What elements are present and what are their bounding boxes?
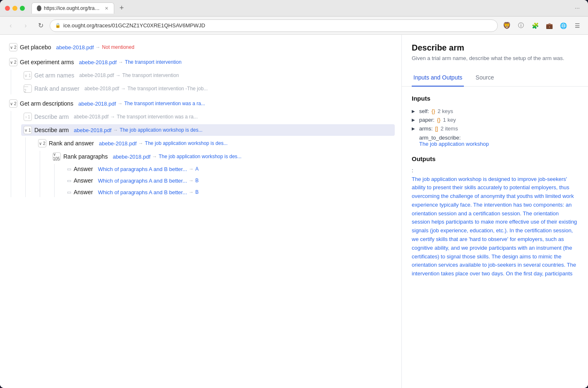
file-describe-arm-1: abebe-2018.pdf	[74, 114, 108, 120]
children-rank-paragraphs: ▭ Answer Which of paragraphs A and B bet…	[54, 164, 395, 197]
file-get-arm-descriptions: abebe-2018.pdf	[78, 101, 116, 107]
children-get-experiment-arms: ∨ 1 Get arm names abebe-2018.pdf → The t…	[11, 70, 395, 94]
item-label-rank-paragraphs: Rank paragraphs	[63, 153, 108, 160]
result-get-arm-names: The transport intervention	[122, 72, 179, 78]
menu-button[interactable]: ☰	[571, 20, 583, 31]
collapse-rank-paragraphs[interactable]: ∨ 105	[53, 152, 61, 161]
item-meta-get-experiment-arms: abebe-2018.pdf → The transport intervent…	[79, 59, 182, 65]
io-expand-paper[interactable]: ▶	[412, 118, 417, 122]
forward-button[interactable]: ›	[20, 20, 31, 31]
file-rank-paragraphs: abebe-2018.pdf	[113, 154, 150, 160]
item-row-rank-paragraphs[interactable]: ∨ 105 Rank paragraphs abebe-2018.pdf → T…	[50, 151, 395, 162]
item-row-get-arm-descriptions[interactable]: ∨ 2 Get arm descriptions abebe-2018.pdf …	[7, 98, 395, 109]
children-get-arm-descriptions: › 1 Describe arm abebe-2018.pdf → The tr…	[11, 111, 395, 197]
content-area: ∨ 2 Get placebo abebe-2018.pdf → Not men…	[0, 35, 588, 388]
file-get-experiment-arms: abebe-2018.pdf	[79, 59, 117, 65]
io-count-self: 2 keys	[438, 108, 454, 114]
item-meta-rank-answer-2: abebe-2018.pdf → The job application wor…	[99, 140, 228, 147]
tab-source[interactable]: Source	[474, 69, 495, 87]
io-key-self: self:	[419, 108, 429, 114]
item-row-get-placebo[interactable]: ∨ 2 Get placebo abebe-2018.pdf → Not men…	[7, 41, 395, 53]
tree-item-get-arm-descriptions: ∨ 2 Get arm descriptions abebe-2018.pdf …	[7, 98, 395, 197]
nav-bar: ‹ › ↻ 🔒 ice.ought.org/traces/01GCZNZ1YC0…	[0, 17, 588, 35]
title-bar: https://ice.ought.org/traces/01G... ✕ + …	[0, 0, 588, 17]
collapse-describe-arm-2[interactable]: ∨ 1	[24, 126, 32, 134]
inputs-section-title: Inputs	[412, 95, 578, 102]
item-row-describe-arm-1[interactable]: › 1 Describe arm abebe-2018.pdf → The tr…	[21, 111, 395, 123]
item-row-answer-1[interactable]: ▭ Answer Which of paragraphs A and B bet…	[65, 164, 395, 174]
close-button[interactable]	[5, 6, 10, 11]
active-tab[interactable]: https://ice.ought.org/traces/01G... ✕	[31, 2, 114, 14]
result-get-experiment-arms: The transport intervention	[125, 59, 182, 65]
item-row-rank-answer-1[interactable]: — 2 Rank and answer abebe-2018.pdf → The…	[21, 83, 395, 94]
item-label-get-arm-names: Get arm names	[34, 72, 74, 79]
right-panel-subtitle: Given a trial arm name, describe what th…	[412, 54, 578, 63]
extensions-icon[interactable]: 🧩	[529, 20, 541, 31]
file-answer-2: Which of paragraphs A and B better...	[98, 178, 187, 184]
io-expand-arms[interactable]: ▶	[412, 126, 417, 131]
item-row-answer-3[interactable]: ▭ Answer Which of paragraphs A and B bet…	[65, 187, 395, 197]
tab-close-button[interactable]: ✕	[104, 5, 109, 11]
back-button[interactable]: ‹	[5, 20, 17, 31]
minimize-button[interactable]	[12, 6, 17, 11]
item-row-describe-arm-2[interactable]: ∨ 1 Describe arm abebe-2018.pdf → The jo…	[21, 124, 395, 136]
browser-actions: 🦁 ⓘ 🧩 💼 🌐 ☰	[501, 20, 583, 31]
item-label-describe-arm-1: Describe arm	[34, 113, 69, 120]
tab-bar: https://ice.ought.org/traces/01G... ✕ +	[31, 2, 568, 14]
io-row-arms: ▶ arms: [] 2 items	[412, 124, 578, 133]
item-label-get-experiment-arms: Get experiment arms	[20, 59, 74, 65]
io-expand-self[interactable]: ▶	[412, 109, 417, 113]
tree-item-describe-arm-1: › 1 Describe arm abebe-2018.pdf → The tr…	[21, 111, 395, 123]
info-icon[interactable]: ⓘ	[515, 20, 527, 31]
item-row-answer-2[interactable]: ▭ Answer Which of paragraphs A and B bet…	[65, 176, 395, 186]
wallet-icon[interactable]: 💼	[543, 20, 555, 31]
children-rank-answer-2: ∨ 105 Rank paragraphs abebe-2018.pdf → T…	[40, 151, 395, 197]
arrow-get-arm-names: →	[116, 72, 121, 78]
item-label-answer-3: Answer	[74, 189, 93, 195]
tab-label: https://ice.ought.org/traces/01G...	[44, 5, 102, 11]
reload-button[interactable]: ↻	[35, 20, 46, 31]
tree-item-rank-paragraphs: ∨ 105 Rank paragraphs abebe-2018.pdf → T…	[50, 151, 395, 197]
item-row-rank-answer-2[interactable]: ∨ 2 Rank and answer abebe-2018.pdf → The…	[36, 137, 395, 149]
output-colon: :	[412, 167, 578, 174]
collapse-get-arm-names[interactable]: ∨ 1	[24, 71, 32, 80]
address-bar[interactable]: 🔒 ice.ought.org/traces/01GCZNZ1YC0XRE1QH…	[50, 19, 498, 32]
collapse-rank-answer-1[interactable]: — 2	[24, 84, 32, 93]
item-row-get-experiment-arms[interactable]: ∨ 2 Get experiment arms abebe-2018.pdf →…	[7, 56, 395, 68]
item-meta-get-arm-descriptions: abebe-2018.pdf → The transport intervent…	[78, 101, 205, 107]
item-label-rank-answer-2: Rank and answer	[49, 140, 94, 147]
collapse-describe-arm-1[interactable]: › 1	[24, 113, 32, 121]
io-count-arms: 2 items	[441, 125, 458, 132]
collapse-rank-answer-2[interactable]: ∨ 2	[38, 139, 46, 147]
io-key-paper: paper:	[419, 117, 434, 123]
tree-item-answer-2: ▭ Answer Which of paragraphs A and B bet…	[65, 176, 395, 186]
brave-shield-icon[interactable]: 🦁	[501, 20, 513, 31]
new-tab-button[interactable]: +	[116, 2, 127, 14]
collapse-get-placebo[interactable]: ∨ 2	[9, 43, 17, 51]
right-panel-header: Describe arm Given a trial arm name, des…	[402, 35, 588, 69]
arrow-answer-1: →	[189, 166, 194, 172]
io-type-paper: {}	[437, 117, 441, 123]
result-get-placebo: Not mentioned	[102, 44, 134, 50]
collapse-get-experiment-arms[interactable]: ∨ 2	[9, 58, 17, 66]
tab-inputs-outputs[interactable]: Inputs and Outputs	[412, 69, 464, 87]
output-text: The job application workshop is designed…	[412, 175, 578, 279]
right-panel: Describe arm Given a trial arm name, des…	[402, 35, 588, 388]
arrow-answer-2: →	[189, 178, 194, 183]
profile-icon[interactable]: 🌐	[557, 20, 569, 31]
left-panel: ∨ 2 Get placebo abebe-2018.pdf → Not men…	[0, 35, 402, 388]
leaf-icon-3: ▭	[67, 190, 71, 195]
tree-item-rank-answer-2: ∨ 2 Rank and answer abebe-2018.pdf → The…	[36, 137, 395, 197]
arrow-rank-paragraphs: →	[152, 154, 157, 159]
result-describe-arm-2: The job application workshop is des...	[120, 127, 202, 133]
outputs-section: Outputs : The job application workshop i…	[412, 155, 578, 279]
item-row-get-arm-names[interactable]: ∨ 1 Get arm names abebe-2018.pdf → The t…	[21, 70, 395, 81]
item-meta-rank-answer-1: abebe-2018.pdf → The transport intervent…	[84, 86, 208, 92]
collapse-get-arm-descriptions[interactable]: ∨ 2	[9, 99, 17, 108]
item-meta-answer-2: Which of paragraphs A and B better... → …	[98, 178, 199, 184]
maximize-button[interactable]	[20, 6, 25, 11]
result-answer-3: B	[195, 189, 199, 195]
arrow-rank-answer-2: →	[138, 140, 143, 146]
io-type-self: {}	[432, 108, 435, 114]
window-controls: ⋯	[571, 2, 583, 14]
